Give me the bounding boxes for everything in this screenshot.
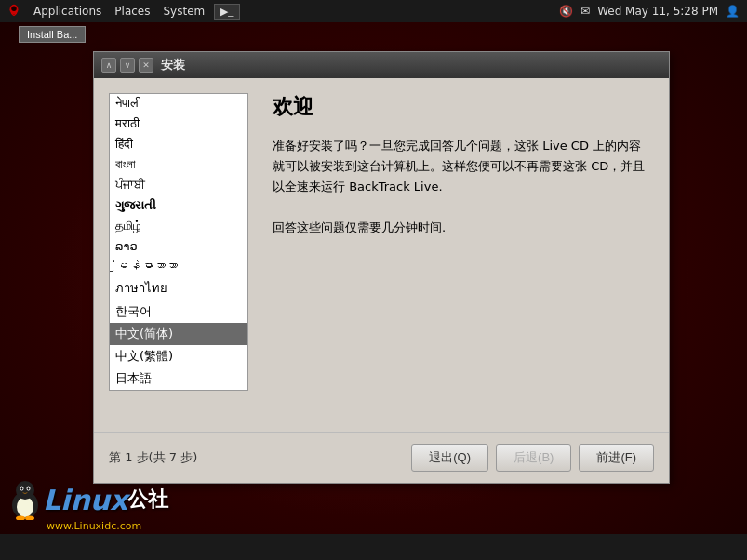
- language-item-gujarati[interactable]: ગુજરાતી: [110, 195, 247, 216]
- language-item-zh-hans[interactable]: 中文(简体): [110, 323, 247, 345]
- dialog-footer: 第 1 步(共 7 步) 退出(Q) 后退(B) 前进(F): [94, 432, 669, 483]
- linux-brand-text: Linux: [43, 484, 127, 516]
- step-label: 第 1 步(共 7 步): [109, 449, 197, 466]
- svg-point-4: [16, 481, 34, 500]
- tux-icon: [7, 479, 43, 520]
- welcome-text: 准备好安装了吗？一旦您完成回答几个问题，这张 Live CD 上的内容就可以被安…: [273, 136, 654, 238]
- language-item-thai[interactable]: ภาษาไทย: [110, 275, 247, 300]
- taskbar-menu: Applications Places System: [28, 3, 210, 20]
- forward-button[interactable]: 前进(F): [579, 444, 654, 472]
- taskbar-right: 🔇 ✉ Wed May 11, 5:28 PM 👤: [559, 5, 747, 18]
- install-button[interactable]: Install Ba...: [19, 26, 86, 43]
- language-list[interactable]: አማርኛनेपालीमराठीहिंदीবাংলাਪੰਜਾਬੀગુજરાતીதம…: [109, 93, 248, 391]
- datetime: Wed May 11, 5:28 PM: [597, 5, 718, 18]
- installer-dialog: ∧ ∨ ✕ 安装 አማርኛनेपालीमराठीहिंदीবাংলাਪੰਜਾਬੀ…: [93, 51, 670, 484]
- linux-url-text: www.Linuxidc.com: [7, 520, 141, 532]
- svg-point-8: [28, 487, 30, 489]
- titlebar-up-button[interactable]: ∧: [101, 58, 116, 73]
- dialog-content: አማርኛनेपालीमराठीहिंदीবাংলাਪੰਜਾਬੀગુજરાતીதம…: [94, 78, 669, 432]
- dialog-titlebar: ∧ ∨ ✕ 安装: [94, 52, 669, 78]
- svg-point-3: [17, 497, 33, 517]
- svg-point-7: [21, 487, 23, 489]
- language-item-tamil[interactable]: தமிழ்: [110, 216, 247, 236]
- language-list-container: አማርኛनेपालीमराठीहिंदीবাংলাਪੰਜਾਬੀગુજરાતીதம…: [109, 93, 258, 417]
- language-item-lao[interactable]: ລາວ: [110, 236, 247, 256]
- menu-applications[interactable]: Applications: [28, 3, 107, 20]
- language-item-korean[interactable]: 한국어: [110, 300, 247, 323]
- desktop: Applications Places System ▶_ 🔇 ✉ Wed Ma…: [0, 0, 747, 560]
- gongsha-text: 公社: [127, 486, 168, 513]
- quit-button[interactable]: 退出(Q): [411, 444, 488, 472]
- language-item-hindi[interactable]: हिंदी: [110, 134, 247, 154]
- kali-logo-icon: [4, 1, 24, 21]
- language-item-punjabi[interactable]: ਪੰਜਾਬੀ: [110, 175, 247, 195]
- linux-idc-logo: Linux 公社: [7, 479, 168, 520]
- language-item-japanese[interactable]: 日本語: [110, 367, 247, 390]
- mail-icon[interactable]: ✉: [580, 5, 590, 18]
- language-item-zh-hant[interactable]: 中文(繁體): [110, 345, 247, 367]
- language-item-bengali[interactable]: বাংলা: [110, 154, 247, 175]
- language-item-nepali[interactable]: नेपाली: [110, 93, 247, 113]
- menu-places[interactable]: Places: [109, 3, 155, 20]
- language-item-marathi[interactable]: मराठी: [110, 113, 247, 134]
- footer-buttons: 退出(Q) 后退(B) 前进(F): [411, 444, 654, 472]
- titlebar-down-button[interactable]: ∨: [120, 58, 135, 73]
- dialog-right-panel: 欢迎 准备好安装了吗？一旦您完成回答几个问题，这张 Live CD 上的内容就可…: [273, 93, 654, 417]
- sound-icon[interactable]: 🔇: [559, 5, 573, 18]
- titlebar-controls: ∧ ∨ ✕: [101, 58, 153, 73]
- language-item-myanmar[interactable]: မြန်မာဘာသာ: [110, 256, 247, 275]
- titlebar-close-button[interactable]: ✕: [139, 58, 153, 73]
- dialog-title: 安装: [161, 57, 185, 73]
- taskbar-top: Applications Places System ▶_ 🔇 ✉ Wed Ma…: [0, 0, 747, 22]
- linux-idc-watermark: Linux 公社 www.Linuxidc.com: [0, 479, 168, 532]
- menu-system[interactable]: System: [157, 3, 210, 20]
- back-button[interactable]: 后退(B): [496, 444, 571, 472]
- taskbar-bottom: Linux 公社 www.Linuxidc.com: [0, 534, 747, 560]
- welcome-title: 欢迎: [273, 93, 654, 121]
- svg-point-1: [11, 7, 16, 11]
- user-icon[interactable]: 👤: [726, 5, 740, 18]
- terminal-button[interactable]: ▶_: [214, 4, 240, 20]
